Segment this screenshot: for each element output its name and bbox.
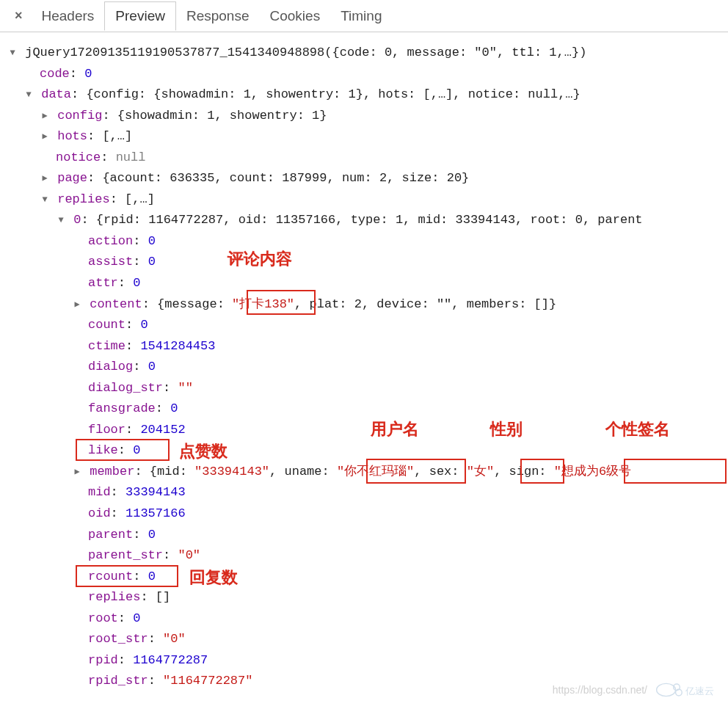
tab-preview[interactable]: Preview (104, 1, 176, 31)
expand-icon[interactable] (72, 297, 82, 312)
prop-content[interactable]: content: {message: "打卡138", plat: 2, dev… (7, 294, 721, 316)
prop-assist[interactable]: assist: 0 (7, 252, 721, 273)
expand-icon[interactable] (7, 46, 18, 60)
prop-replies[interactable]: replies: [,…] (7, 189, 721, 211)
expand-icon[interactable] (40, 192, 50, 207)
expand-icon[interactable] (40, 109, 50, 123)
tab-response[interactable]: Response (176, 2, 260, 30)
prop-data[interactable]: data: {config: {showadmin: 1, showentry:… (7, 84, 721, 106)
prop-notice[interactable]: notice: null (7, 148, 721, 169)
prop-oid[interactable]: oid: 11357166 (7, 503, 721, 525)
prop-replies-inner[interactable]: replies: [] (7, 587, 721, 608)
json-preview-tree: jQuery17209135119190537877_1541340948898… (0, 32, 728, 699)
prop-rpid[interactable]: rpid: 1164772287 (7, 650, 721, 672)
svg-point-2 (676, 689, 682, 696)
tab-timing[interactable]: Timing (330, 2, 392, 30)
prop-mid[interactable]: mid: 33394143 (7, 482, 721, 503)
expand-icon[interactable] (56, 213, 66, 228)
expand-icon[interactable] (23, 87, 34, 102)
prop-like[interactable]: like: 0 (7, 440, 721, 462)
prop-root[interactable]: root: 0 (7, 608, 721, 630)
yisu-logo: 亿速云 (653, 677, 719, 703)
prop-rcount[interactable]: rcount: 0 (7, 567, 721, 588)
json-root[interactable]: jQuery17209135119190537877_1541340948898… (7, 43, 721, 64)
tab-cookies[interactable]: Cookies (259, 2, 330, 30)
expand-icon[interactable] (72, 465, 82, 479)
prop-page[interactable]: page: {acount: 636335, count: 187999, nu… (7, 168, 721, 189)
prop-root-str[interactable]: root_str: "0" (7, 629, 721, 650)
prop-floor[interactable]: floor: 204152 (7, 420, 721, 441)
prop-parent-str[interactable]: parent_str: "0" (7, 545, 721, 567)
prop-member[interactable]: member: {mid: "33394143", uname: "你不红玛瑙"… (7, 462, 721, 483)
prop-count[interactable]: count: 0 (7, 315, 721, 336)
prop-action[interactable]: action: 0 (7, 231, 721, 252)
close-icon[interactable]: × (6, 8, 32, 23)
svg-point-0 (657, 683, 676, 696)
devtools-tabs: × Headers Preview Response Cookies Timin… (0, 0, 728, 32)
prop-ctime[interactable]: ctime: 1541284453 (7, 336, 721, 357)
prop-reply-0[interactable]: 0: {rpid: 1164772287, oid: 11357166, typ… (7, 210, 721, 231)
prop-dialog-str[interactable]: dialog_str: "" (7, 378, 721, 399)
prop-hots[interactable]: hots: [,…] (7, 126, 721, 148)
expand-icon[interactable] (40, 171, 50, 186)
tab-headers[interactable]: Headers (32, 2, 105, 30)
svg-text:亿速云: 亿速云 (685, 685, 714, 696)
prop-code[interactable]: code: 0 (7, 64, 721, 85)
expand-icon[interactable] (40, 129, 50, 144)
prop-config[interactable]: config: {showadmin: 1, showentry: 1} (7, 106, 721, 127)
prop-dialog[interactable]: dialog: 0 (7, 357, 721, 378)
watermark: https://blog.csdn.net/ (553, 684, 647, 696)
prop-parent[interactable]: parent: 0 (7, 525, 721, 546)
prop-fansgrade[interactable]: fansgrade: 0 (7, 399, 721, 420)
prop-attr[interactable]: attr: 0 (7, 273, 721, 294)
